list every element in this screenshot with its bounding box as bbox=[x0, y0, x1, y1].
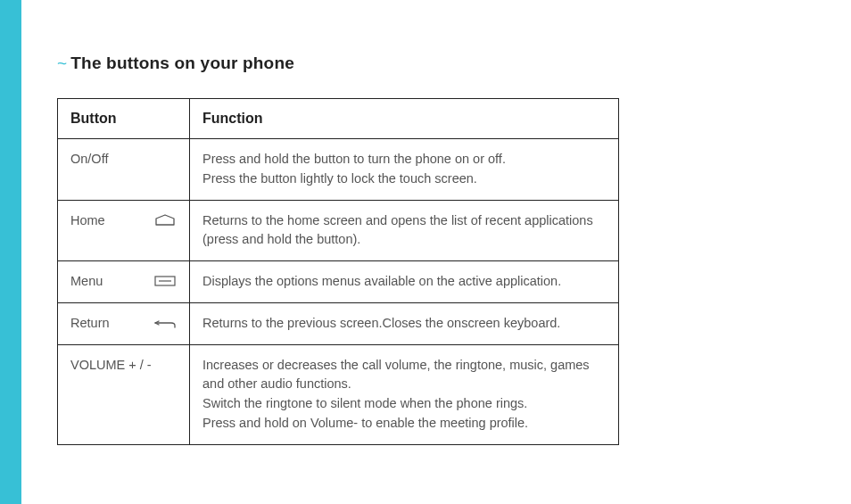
home-outline-icon bbox=[153, 213, 177, 227]
button-label: Return bbox=[70, 314, 110, 334]
table-row: Return Returns to the previous screen.Cl… bbox=[58, 302, 619, 344]
table-row: VOLUME + / - Increases or decreases the … bbox=[58, 344, 619, 444]
button-label: Home bbox=[70, 211, 105, 231]
heading-text: The buttons on your phone bbox=[70, 54, 294, 72]
function-text: Displays the options menus available on … bbox=[202, 272, 606, 292]
table-row: Home Returns to the home screen and open… bbox=[58, 200, 619, 261]
header-function: Function bbox=[190, 99, 619, 139]
function-text: Press and hold on Volume- to enable the … bbox=[202, 414, 606, 434]
section-heading: ~The buttons on your phone bbox=[57, 54, 815, 73]
table-row: Menu Displays the options menus availabl… bbox=[58, 261, 619, 303]
accent-side-strip bbox=[0, 0, 21, 504]
table-header-row: Button Function bbox=[58, 99, 619, 139]
return-icon bbox=[153, 316, 177, 330]
function-text: Switch the ringtone to silent mode when … bbox=[202, 394, 606, 414]
page-content: ~The buttons on your phone Button Functi… bbox=[21, 0, 851, 504]
heading-tilde: ~ bbox=[57, 54, 67, 72]
function-text: Press the button lightly to lock the tou… bbox=[202, 169, 606, 189]
button-label: On/Off bbox=[70, 150, 108, 169]
function-text: Returns to the previous screen.Closes th… bbox=[202, 314, 606, 334]
function-text: Press and hold the button to turn the ph… bbox=[202, 150, 606, 169]
function-text: Increases or decreases the call volume, … bbox=[202, 356, 606, 395]
button-label: VOLUME + / - bbox=[70, 356, 152, 376]
table-row: On/Off Press and hold the button to turn… bbox=[58, 139, 619, 201]
button-label: Menu bbox=[70, 272, 103, 292]
buttons-table: Button Function On/Off Press and hold th… bbox=[57, 98, 619, 445]
menu-icon bbox=[153, 274, 177, 288]
header-button: Button bbox=[58, 99, 190, 139]
function-text: Returns to the home screen and opens the… bbox=[202, 211, 606, 251]
